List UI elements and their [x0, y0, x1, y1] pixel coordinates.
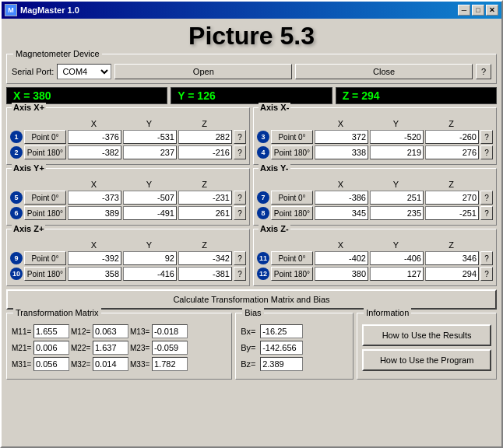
- bottom-row: Transformation Matrix M11= M12= M13= M21…: [6, 313, 497, 380]
- axis-value-y: -406: [370, 251, 424, 265]
- x-status: X = 380: [6, 87, 167, 104]
- calc-btn-row: Calculate Transformation Matrix and Bias: [6, 289, 497, 310]
- serial-port-select[interactable]: COM4: [57, 64, 111, 79]
- point-button[interactable]: Point 180°: [24, 267, 66, 281]
- close-button[interactable]: ✕: [486, 5, 498, 16]
- question-button[interactable]: ?: [480, 130, 493, 144]
- axis-value-z: -342: [178, 251, 232, 265]
- calculate-button[interactable]: Calculate Transformation Matrix and Bias: [6, 289, 497, 310]
- axis-value-x: 345: [315, 206, 368, 220]
- m32-input[interactable]: [93, 357, 128, 371]
- m23-input[interactable]: [152, 341, 188, 355]
- axis-group-axisy-: Axis Y-XYZ7Point 0°-386251270?8Point 180…: [253, 168, 497, 226]
- point-number: 12: [257, 268, 269, 280]
- axis-group-axisz-: Axis Z-XYZ11Point 0°-402-406346?12Point …: [253, 229, 497, 286]
- question-button[interactable]: ?: [234, 267, 246, 281]
- close-button[interactable]: Close: [295, 64, 473, 79]
- axis-value-x: -386: [315, 191, 368, 205]
- question-button[interactable]: ?: [234, 191, 246, 205]
- axis-point-row: 4Point 180°338219276?: [257, 145, 493, 159]
- question-button[interactable]: ?: [480, 251, 493, 265]
- m31-input[interactable]: [33, 357, 69, 371]
- point-button[interactable]: Point 0°: [271, 191, 313, 205]
- axes-row-z: Axis Z+XYZ9Point 0°-39292-342?10Point 18…: [6, 229, 497, 286]
- axis-value-z: -381: [178, 267, 232, 281]
- point-button[interactable]: Point 180°: [24, 206, 66, 220]
- app-icon: M: [5, 4, 17, 16]
- point-button[interactable]: Point 0°: [271, 130, 313, 144]
- m21-input[interactable]: [33, 341, 69, 355]
- axis-point-row: 6Point 180°389-491261?: [10, 206, 246, 220]
- axis-group-axisx+: Axis X+XYZ1Point 0°-376-531282?2Point 18…: [6, 107, 250, 165]
- minimize-button[interactable]: ─: [458, 5, 470, 16]
- point-button[interactable]: Point 180°: [271, 206, 313, 220]
- point-button[interactable]: Point 180°: [24, 145, 66, 159]
- title-bar: M MagMaster 1.0 ─ □ ✕: [2, 2, 501, 19]
- m11-label: M11=: [12, 327, 32, 336]
- question-button[interactable]: ?: [480, 206, 493, 220]
- axis-value-y: 127: [370, 267, 424, 281]
- open-button[interactable]: Open: [114, 64, 292, 79]
- device-group-label: Magnetometer Device: [13, 49, 102, 58]
- main-content: Picture 5.3 Magnetometer Device Serial P…: [2, 19, 501, 383]
- m32-label: M32=: [71, 360, 91, 369]
- how-to-use-program-button[interactable]: How to Use the Program: [362, 349, 491, 371]
- point-button[interactable]: Point 0°: [271, 251, 313, 265]
- axis-value-x: 338: [315, 145, 368, 159]
- axis-value-y: 237: [123, 145, 177, 159]
- main-window: M MagMaster 1.0 ─ □ ✕ Picture 5.3 Magnet…: [0, 0, 503, 448]
- bz-label: Bz=: [241, 359, 258, 369]
- device-group: Magnetometer Device Serial Port: COM4 Op…: [6, 54, 497, 84]
- axis-point-row: 8Point 180°345235-251?: [257, 206, 493, 220]
- bz-input[interactable]: [260, 357, 303, 371]
- title-bar-left: M MagMaster 1.0: [5, 4, 79, 16]
- by-input[interactable]: [260, 341, 303, 355]
- axis-value-z: -260: [425, 130, 479, 144]
- axis-value-y: 219: [370, 145, 424, 159]
- title-bar-buttons: ─ □ ✕: [458, 5, 498, 16]
- m12-label: M12=: [71, 327, 91, 336]
- axis-group-axisx-: Axis X-XYZ3Point 0°372-520-260?4Point 18…: [253, 107, 497, 165]
- question-button[interactable]: ?: [480, 267, 493, 281]
- axis-point-row: 10Point 180°358-416-381?: [10, 267, 246, 281]
- m11-input[interactable]: [33, 324, 69, 338]
- m33-label: M33=: [130, 360, 150, 369]
- m22-input[interactable]: [93, 341, 128, 355]
- m13-input[interactable]: [152, 324, 188, 338]
- how-to-use-results-button[interactable]: How to Use the Results: [362, 324, 491, 346]
- question-button[interactable]: ?: [480, 145, 493, 159]
- info-group-label: Information: [364, 308, 411, 317]
- maximize-button[interactable]: □: [472, 5, 484, 16]
- matrix-group-label: Transformation Matrix: [13, 308, 101, 317]
- axis-group-axisz+: Axis Z+XYZ9Point 0°-39292-342?10Point 18…: [6, 229, 250, 286]
- bias-group-label: Bias: [242, 308, 263, 317]
- axis-point-row: 2Point 180°-382237-216?: [10, 145, 246, 159]
- m23-label: M23=: [130, 344, 150, 352]
- question-button[interactable]: ?: [234, 251, 246, 265]
- point-button[interactable]: Point 0°: [24, 191, 66, 205]
- question-button[interactable]: ?: [234, 130, 246, 144]
- axis-title: Axis Y+: [12, 163, 46, 173]
- app-title: MagMaster 1.0: [20, 5, 79, 15]
- m33-input[interactable]: [152, 357, 188, 371]
- question-button[interactable]: ?: [480, 191, 493, 205]
- bx-input[interactable]: [260, 324, 303, 338]
- axis-value-x: -373: [68, 191, 121, 205]
- axis-value-x: 372: [315, 130, 368, 144]
- page-title: Picture 5.3: [6, 22, 497, 51]
- serial-label: Serial Port:: [12, 67, 54, 76]
- axis-title: Axis Y-: [259, 163, 290, 173]
- axis-value-z: -216: [178, 145, 232, 159]
- point-button[interactable]: Point 180°: [271, 145, 313, 159]
- axis-value-z: 261: [178, 206, 232, 220]
- point-button[interactable]: Point 0°: [24, 251, 66, 265]
- axis-value-y: -507: [123, 191, 177, 205]
- axis-value-z: 294: [425, 267, 479, 281]
- point-button[interactable]: Point 0°: [24, 130, 66, 144]
- question-button[interactable]: ?: [234, 145, 246, 159]
- m12-input[interactable]: [93, 324, 128, 338]
- help-button[interactable]: ?: [476, 64, 491, 79]
- axis-value-x: -382: [68, 145, 121, 159]
- question-button[interactable]: ?: [234, 206, 246, 220]
- point-button[interactable]: Point 180°: [271, 267, 313, 281]
